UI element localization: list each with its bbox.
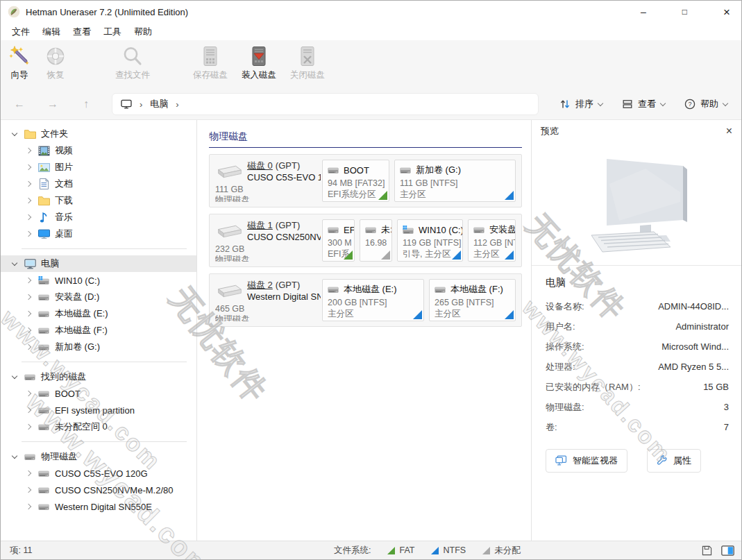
chevron-collapsed-icon[interactable]	[26, 311, 31, 316]
sidebar-item-drive-d[interactable]: 安装盘 (D:)	[1, 289, 196, 305]
save-icon[interactable]	[701, 545, 713, 556]
disk-card-0[interactable]: 磁盘 0(GPT) CUSO C5S-EVO 12 111 GB 物理磁盘 BO…	[209, 154, 522, 207]
find-files-button[interactable]: 查找文件	[110, 44, 155, 89]
sidebar-item-music[interactable]: 音乐	[1, 209, 196, 226]
sidebar-section-folders[interactable]: 文件夹	[1, 126, 196, 142]
sidebar-item-downloads[interactable]: 下载	[1, 192, 196, 209]
chevron-collapsed-icon[interactable]	[26, 504, 31, 509]
chevron-expanded-icon[interactable]	[12, 130, 17, 135]
chevron-expanded-icon[interactable]	[12, 260, 17, 265]
chevron-collapsed-icon[interactable]	[26, 424, 31, 430]
close-disk-button[interactable]: 关闭磁盘	[285, 44, 330, 89]
drive-icon	[328, 286, 339, 294]
disk-name-link[interactable]: 磁盘 1	[247, 220, 273, 230]
sidebar-item-pictures[interactable]: 图片	[1, 159, 196, 176]
partition-d[interactable]: 安装盘 (D:) 112 GB [NTFS] 主分区	[468, 219, 516, 262]
sidebar-item-drive-f[interactable]: 本地磁盘 (F:)	[1, 322, 196, 339]
sidebar-item-win10-c[interactable]: WIN10 (C:)	[1, 272, 196, 289]
chevron-collapsed-icon[interactable]	[26, 278, 31, 283]
breadcrumb-item-computer[interactable]: 电脑	[150, 98, 168, 110]
recover-button[interactable]: 恢复	[40, 44, 71, 89]
disk-card-2[interactable]: 磁盘 2(GPT) Western Digital SN 465 GB 物理磁盘…	[209, 273, 522, 327]
chevron-collapsed-icon[interactable]	[26, 294, 31, 300]
page-title: 物理磁盘	[209, 130, 522, 148]
partition-f[interactable]: 本地磁盘 (F:) 265 GB [NTFS] 主分区	[429, 279, 516, 321]
disk-name-link[interactable]: 磁盘 2	[247, 280, 273, 290]
chevron-collapsed-icon[interactable]	[26, 487, 31, 493]
smart-monitor-button[interactable]: 智能监视器	[546, 449, 627, 473]
computer-illustration	[564, 152, 709, 256]
chevron-down-icon	[660, 100, 666, 105]
forward-button[interactable]: →	[44, 98, 62, 110]
chevron-collapsed-icon[interactable]	[26, 198, 31, 203]
wizard-button[interactable]: 向导	[3, 44, 35, 89]
chevron-expanded-icon[interactable]	[12, 452, 17, 458]
breadcrumb[interactable]: › 电脑 ›	[112, 93, 539, 115]
minimize-button[interactable]: –	[641, 7, 646, 17]
disk-size: 465 GB	[215, 304, 321, 314]
partition-efi[interactable]: EF 300 M EFI系	[322, 219, 355, 262]
menu-file[interactable]: 文件	[6, 24, 36, 40]
chevron-collapsed-icon[interactable]	[26, 407, 31, 413]
partition-unallocated[interactable]: 未: 16.98	[360, 219, 392, 262]
app-window: Hetman Uneraser 7.2 (Unlimited Edition) …	[0, 0, 742, 560]
help-dropdown[interactable]: 帮助	[680, 95, 732, 113]
sidebar-item-wd-sn550e[interactable]: Western Digital SN550E	[1, 498, 196, 515]
sidebar-item-unallocated[interactable]: 未分配空间 0	[1, 418, 196, 435]
up-button[interactable]: ↑	[77, 98, 95, 110]
menu-tools[interactable]: 工具	[97, 24, 128, 40]
back-button[interactable]: ←	[10, 98, 28, 110]
save-disk-icon	[199, 45, 221, 67]
partition-boot[interactable]: BOOT 94 MB [FAT32] EFI系统分区	[322, 160, 389, 202]
save-disk-button[interactable]: 保存磁盘	[188, 44, 233, 89]
chevron-expanded-icon[interactable]	[12, 373, 17, 378]
chevron-collapsed-icon[interactable]	[26, 391, 31, 396]
sidebar-item-videos[interactable]: 视频	[1, 142, 196, 159]
computer-icon[interactable]	[121, 99, 132, 109]
chevron-collapsed-icon[interactable]	[26, 181, 31, 187]
sidebar-section-computer[interactable]: 电脑	[1, 255, 196, 272]
menu-help[interactable]: 帮助	[128, 24, 158, 40]
partition-e[interactable]: 本地磁盘 (E:) 200 GB [NTFS] 主分区	[322, 279, 424, 321]
properties-button[interactable]: 属性	[647, 449, 701, 473]
ntfs-marker	[505, 191, 514, 200]
disk-name-link[interactable]: 磁盘 0	[247, 160, 273, 171]
chevron-collapsed-icon[interactable]	[26, 148, 31, 153]
computer-icon	[23, 258, 37, 269]
view-dropdown[interactable]: 查看	[618, 95, 669, 113]
chevron-collapsed-icon[interactable]	[26, 344, 31, 350]
smart-monitor-icon	[555, 455, 567, 466]
maximize-button[interactable]: □	[682, 8, 687, 16]
sidebar-item-drive-g[interactable]: 新加卷 (G:)	[1, 339, 196, 355]
navigation-bar: ← → ↑ › 电脑 › 排序 查看 帮助	[1, 89, 741, 119]
chevron-collapsed-icon[interactable]	[26, 164, 31, 170]
disk-card-1[interactable]: 磁盘 1(GPT) CUSO CSN250NVM 232 GB 物理磁盘 EF …	[209, 214, 522, 267]
chevron-collapsed-icon[interactable]	[26, 470, 31, 476]
menu-view[interactable]: 查看	[67, 24, 97, 40]
chevron-collapsed-icon[interactable]	[26, 328, 31, 333]
sidebar-item-documents[interactable]: 文档	[1, 176, 196, 192]
disk-model: CUSO CSN250NVM	[247, 231, 321, 243]
sidebar-item-cuso-csn250[interactable]: CUSO CSN250NVMe-M.2/80	[1, 482, 196, 498]
sidebar-section-physical-disks[interactable]: 物理磁盘	[1, 448, 196, 465]
sidebar-item-drive-e[interactable]: 本地磁盘 (E:)	[1, 305, 196, 322]
sort-icon	[559, 99, 571, 110]
preview-title: 预览	[541, 125, 559, 137]
sidebar-section-found-disks[interactable]: 找到的磁盘	[1, 368, 196, 385]
sidebar-item-desktop[interactable]: 桌面	[1, 226, 196, 242]
chevron-collapsed-icon[interactable]	[26, 214, 31, 220]
magic-wand-icon	[8, 45, 31, 67]
sidebar-item-boot[interactable]: BOOT	[1, 385, 196, 402]
sidebar-item-efi-partition[interactable]: EFI system partition	[1, 402, 196, 418]
close-button[interactable]: ×	[723, 6, 730, 18]
menu-edit[interactable]: 编辑	[36, 24, 67, 40]
chevron-collapsed-icon[interactable]	[26, 231, 31, 237]
sort-dropdown[interactable]: 排序	[555, 95, 607, 113]
close-icon[interactable]: ×	[726, 126, 732, 137]
mount-disk-button[interactable]: 装入磁盘	[237, 44, 281, 89]
preview-panel-toggle-icon[interactable]	[721, 545, 734, 556]
sidebar-item-cuso-c5s[interactable]: CUSO C5S-EVO 120G	[1, 465, 196, 482]
fat-marker	[378, 191, 387, 200]
partition-win10-c[interactable]: WIN10 (C:) 119 GB [NTFS] 引导, 主分区	[397, 219, 463, 262]
partition-g[interactable]: 新加卷 (G:) 111 GB [NTFS] 主分区	[394, 160, 516, 202]
